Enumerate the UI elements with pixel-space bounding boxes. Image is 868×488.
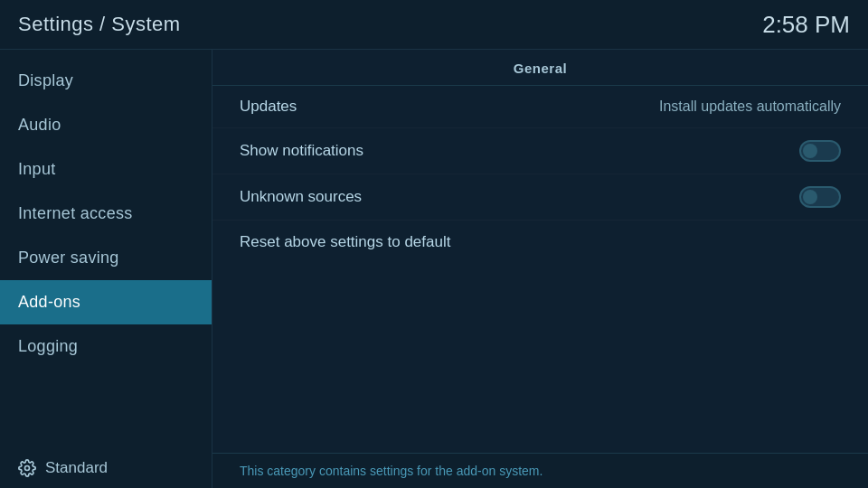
header: Settings / System 2:58 PM	[0, 0, 868, 50]
show-notifications-toggle[interactable]	[799, 140, 841, 162]
unknown-sources-label: Unknown sources	[240, 188, 362, 206]
updates-label: Updates	[240, 98, 297, 116]
reset-label: Reset above settings to default	[240, 233, 450, 251]
main-layout: Display Audio Input Internet access Powe…	[0, 50, 868, 488]
setting-row-updates[interactable]: Updates Install updates automatically	[212, 86, 868, 128]
sidebar-item-power-saving[interactable]: Power saving	[0, 236, 212, 280]
gear-icon	[18, 459, 36, 477]
footer-text: This category contains settings for the …	[240, 464, 542, 478]
standard-label: Standard	[45, 459, 108, 477]
sidebar: Display Audio Input Internet access Powe…	[0, 50, 212, 488]
sidebar-item-internet-access[interactable]: Internet access	[0, 192, 212, 236]
sidebar-item-input[interactable]: Input	[0, 147, 212, 192]
sidebar-item-add-ons[interactable]: Add-ons	[0, 280, 212, 324]
section-header: General	[212, 50, 868, 86]
sidebar-item-logging[interactable]: Logging	[0, 324, 212, 369]
sidebar-item-display[interactable]: Display	[0, 59, 212, 103]
page-title: Settings / System	[18, 13, 181, 36]
clock: 2:58 PM	[762, 11, 850, 39]
content-footer: This category contains settings for the …	[212, 453, 868, 488]
sidebar-item-audio[interactable]: Audio	[0, 103, 212, 147]
show-notifications-label: Show notifications	[240, 142, 363, 160]
setting-row-show-notifications[interactable]: Show notifications	[212, 128, 868, 174]
content-inner: General Updates Install updates automati…	[212, 50, 868, 453]
sidebar-bottom: Standard	[0, 448, 212, 488]
setting-row-unknown-sources[interactable]: Unknown sources	[212, 174, 868, 221]
svg-point-0	[25, 466, 30, 471]
updates-value: Install updates automatically	[659, 99, 841, 115]
unknown-sources-toggle[interactable]	[799, 186, 841, 208]
content-area: General Updates Install updates automati…	[212, 50, 868, 488]
reset-row[interactable]: Reset above settings to default	[212, 221, 868, 263]
